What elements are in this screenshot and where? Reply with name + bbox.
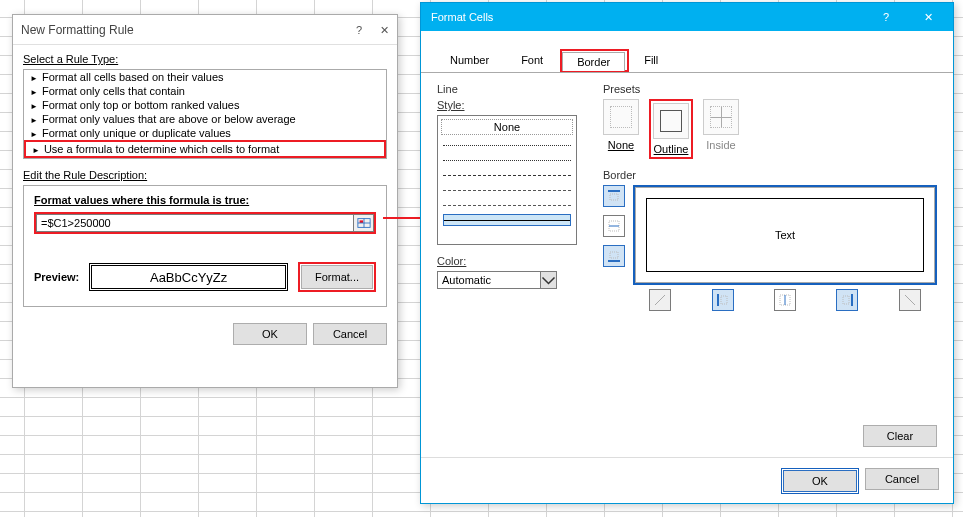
preset-none-label: None: [608, 139, 634, 151]
preview-text: Text: [775, 229, 795, 241]
style-none[interactable]: None: [441, 119, 573, 135]
style-option[interactable]: [443, 139, 571, 151]
svg-rect-10: [610, 252, 618, 258]
preset-inside[interactable]: Inside: [703, 99, 739, 159]
preset-none[interactable]: None: [603, 99, 639, 159]
close-button[interactable]: ✕: [380, 15, 389, 45]
line-group: Line Style: None Color: Automatic: [437, 83, 587, 315]
tab-number[interactable]: Number: [435, 50, 504, 73]
line-label: Line: [437, 83, 587, 95]
border-right-button[interactable]: [836, 289, 858, 311]
preset-outline[interactable]: Outline: [653, 103, 689, 155]
svg-rect-7: [610, 194, 618, 200]
rule-item[interactable]: Format all cells based on their values: [24, 70, 386, 84]
rule-item[interactable]: Format only values that are above or bel…: [24, 112, 386, 126]
new-formatting-rule-dialog: New Formatting Rule ? ✕ Select a Rule Ty…: [12, 14, 398, 388]
style-option[interactable]: [443, 169, 571, 181]
style-option[interactable]: [443, 199, 571, 211]
format-preview: AaBbCcYyZz: [89, 263, 288, 291]
svg-rect-17: [843, 296, 849, 304]
ok-button[interactable]: OK: [233, 323, 307, 345]
border-left-button[interactable]: [712, 289, 734, 311]
select-rule-type-label: Select a Rule Type:: [23, 53, 387, 65]
format-button[interactable]: Format...: [301, 265, 373, 289]
style-option-selected[interactable]: [443, 214, 571, 226]
help-button[interactable]: ?: [356, 15, 362, 45]
border-diag-down-button[interactable]: [899, 289, 921, 311]
border-middle-h-button[interactable]: [603, 215, 625, 237]
formula-row: [34, 212, 376, 234]
rule-item[interactable]: Format only top or bottom ranked values: [24, 98, 386, 112]
line-style-list[interactable]: None: [437, 115, 577, 245]
formula-label: Format values where this formula is true…: [34, 194, 376, 206]
rule-item[interactable]: Format only unique or duplicate values: [24, 126, 386, 140]
rule-item-selected[interactable]: Use a formula to determine which cells t…: [24, 140, 386, 158]
tab-font[interactable]: Font: [506, 50, 558, 73]
border-preview[interactable]: Text: [635, 187, 935, 283]
formula-input[interactable]: [36, 214, 354, 232]
color-dropdown[interactable]: Automatic: [437, 271, 557, 289]
tab-strip: Number Font Border Fill: [421, 31, 953, 73]
clear-button[interactable]: Clear: [863, 425, 937, 447]
dialog-title: Format Cells: [431, 11, 493, 23]
tab-border[interactable]: Border: [562, 52, 625, 71]
rule-description-box: Format values where this formula is true…: [23, 185, 387, 307]
svg-line-19: [905, 295, 915, 305]
svg-line-12: [655, 295, 665, 305]
border-label: Border: [603, 169, 937, 181]
style-option[interactable]: [443, 154, 571, 166]
titlebar: New Formatting Rule ? ✕: [13, 15, 397, 45]
format-cells-dialog: Format Cells ? ✕ Number Font Border Fill…: [420, 2, 954, 504]
color-value: Automatic: [437, 271, 541, 289]
cancel-button[interactable]: Cancel: [865, 468, 939, 490]
border-middle-v-button[interactable]: [774, 289, 796, 311]
preset-inside-label: Inside: [706, 139, 735, 151]
svg-rect-14: [721, 296, 727, 304]
preset-outline-label: Outline: [654, 143, 689, 155]
style-option[interactable]: [443, 184, 571, 196]
border-diag-up-button[interactable]: [649, 289, 671, 311]
color-label: Color:: [437, 255, 466, 267]
dialog-title: New Formatting Rule: [21, 15, 134, 45]
rule-item[interactable]: Format only cells that contain: [24, 84, 386, 98]
right-column: Presets None Outline Inside: [603, 83, 937, 315]
help-button[interactable]: ?: [865, 3, 907, 31]
tab-fill[interactable]: Fill: [629, 50, 673, 73]
table-ref-icon: [357, 216, 371, 230]
presets-label: Presets: [603, 83, 937, 95]
chevron-down-icon[interactable]: [541, 271, 557, 289]
range-selector-button[interactable]: [354, 214, 374, 232]
edit-rule-desc-label: Edit the Rule Description:: [23, 169, 387, 181]
border-top-button[interactable]: [603, 185, 625, 207]
border-bottom-button[interactable]: [603, 245, 625, 267]
preview-label: Preview:: [34, 271, 79, 283]
style-label: Style:: [437, 99, 465, 111]
rule-type-list[interactable]: Format all cells based on their values F…: [23, 69, 387, 159]
titlebar: Format Cells ? ✕: [421, 3, 953, 31]
cancel-button[interactable]: Cancel: [313, 323, 387, 345]
ok-button[interactable]: OK: [783, 470, 857, 492]
close-button[interactable]: ✕: [907, 3, 949, 31]
